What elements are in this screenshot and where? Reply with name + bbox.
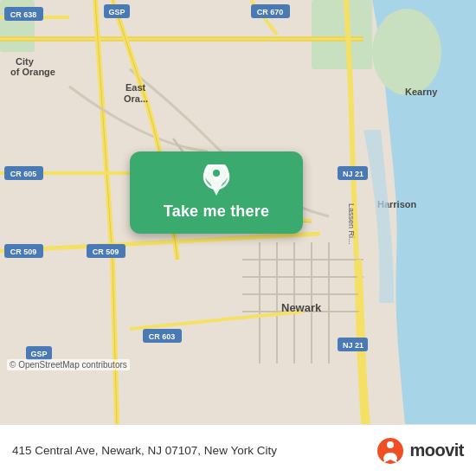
moovit-text: moovit <box>409 441 464 460</box>
svg-rect-1 <box>312 0 372 69</box>
svg-text:Newark: Newark <box>281 301 322 314</box>
svg-text:Kearny: Kearny <box>405 87 438 97</box>
svg-text:CR 670: CR 670 <box>257 8 284 16</box>
svg-text:CR 638: CR 638 <box>10 10 37 19</box>
svg-text:CR 605: CR 605 <box>10 170 37 178</box>
svg-text:of Orange: of Orange <box>10 67 55 77</box>
svg-text:CR 509: CR 509 <box>93 248 119 256</box>
map-attribution: © OpenStreetMap contributors <box>7 359 130 370</box>
svg-text:Lassen Ri...: Lassen Ri... <box>347 203 356 245</box>
svg-text:City: City <box>16 56 35 67</box>
svg-text:CR 509: CR 509 <box>10 248 37 256</box>
map-container: CR 638 GSP CR 670 CR 605 GSP NJ 21 CR 50… <box>0 0 476 424</box>
location-pin-icon <box>203 164 230 197</box>
svg-text:CR 603: CR 603 <box>149 332 176 341</box>
svg-point-60 <box>387 441 394 448</box>
moovit-icon <box>376 437 404 465</box>
svg-text:East: East <box>125 82 146 93</box>
svg-text:NJ 21: NJ 21 <box>343 170 363 178</box>
svg-point-3 <box>372 9 441 95</box>
take-me-there-button[interactable]: Take me there <box>130 151 303 234</box>
button-label: Take me there <box>164 203 269 221</box>
svg-text:GSP: GSP <box>108 8 125 16</box>
svg-text:Ora...: Ora... <box>124 93 148 104</box>
moovit-logo: moovit <box>376 437 464 465</box>
address-text: 415 Central Ave, Newark, NJ 07107, New Y… <box>12 444 376 457</box>
svg-text:NJ 21: NJ 21 <box>343 341 363 350</box>
svg-point-58 <box>213 170 220 177</box>
footer-bar: 415 Central Ave, Newark, NJ 07107, New Y… <box>0 424 476 476</box>
svg-text:GSP: GSP <box>30 350 47 358</box>
